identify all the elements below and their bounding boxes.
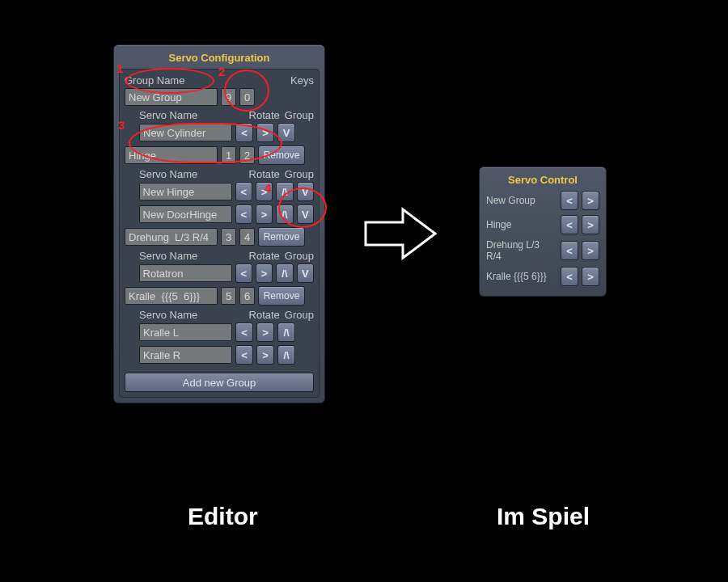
group-down-button[interactable]: V — [297, 264, 314, 283]
servo-name-header: Servo Name — [139, 250, 232, 262]
group-row: Remove — [125, 286, 314, 306]
group-up-button[interactable]: /\ — [276, 264, 293, 283]
group-down-button[interactable]: V — [297, 182, 314, 201]
control-right-button[interactable]: > — [582, 267, 599, 286]
group-name-header: Group Name — [125, 74, 218, 86]
servo-name-header: Servo Name — [139, 168, 232, 180]
panel-body: Group NameKeysServo NameRotateGroup<>VRe… — [119, 69, 320, 398]
servo-row: <>/\V — [125, 264, 314, 283]
servo-name-header: Servo Name — [139, 309, 232, 321]
rotate-header: Rotate — [249, 309, 280, 321]
group-row: Remove — [125, 146, 314, 165]
servo-row: <>/\V — [125, 182, 314, 201]
control-row: Hinge<> — [486, 215, 599, 234]
group-up-button[interactable]: /\ — [276, 205, 293, 224]
rotate-right-button[interactable]: > — [256, 182, 273, 201]
servo-name-header: Servo Name — [139, 109, 232, 121]
servo-name-input[interactable] — [139, 323, 232, 341]
control-left-button[interactable]: < — [561, 241, 578, 260]
rotate-header: Rotate — [249, 168, 280, 180]
group-row: Remove — [125, 227, 314, 247]
rotate-header: Rotate — [249, 250, 280, 262]
group-down-button[interactable]: V — [277, 123, 295, 142]
rotate-right-button[interactable]: > — [256, 264, 273, 283]
key-left-input[interactable] — [221, 88, 236, 106]
group-header: Group — [285, 250, 314, 262]
rotate-right-button[interactable]: > — [256, 323, 274, 342]
key-left-input[interactable] — [221, 146, 236, 164]
control-row: New Group<> — [486, 191, 599, 210]
rotate-left-button[interactable]: < — [235, 264, 252, 283]
group-name-input[interactable] — [125, 287, 218, 305]
control-row-label: New Group — [486, 195, 557, 206]
key-right-input[interactable] — [239, 287, 255, 305]
servo-row: <>/\V — [125, 205, 314, 224]
control-row-label: Hinge — [486, 219, 557, 230]
control-row: Drehung L/3 R/4<> — [486, 239, 599, 262]
rotate-left-button[interactable]: < — [235, 323, 253, 342]
rotate-left-button[interactable]: < — [235, 345, 253, 365]
rotate-left-button[interactable]: < — [235, 205, 252, 224]
group-header: Group — [285, 168, 314, 180]
group-name-input[interactable] — [125, 88, 218, 106]
control-row-label: Kralle {{{5 6}}} — [486, 271, 557, 282]
arrow-icon — [362, 206, 439, 261]
rotate-left-button[interactable]: < — [235, 123, 253, 142]
group-name-input[interactable] — [125, 228, 218, 246]
caption-im-spiel: Im Spiel — [497, 503, 590, 530]
keys-header: Keys — [290, 74, 314, 86]
control-right-button[interactable]: > — [582, 215, 599, 234]
control-left-button[interactable]: < — [561, 191, 578, 210]
control-right-button[interactable]: > — [582, 241, 599, 260]
add-new-group-button[interactable]: Add new Group — [125, 373, 314, 392]
servo-name-input[interactable] — [139, 205, 232, 223]
group-row — [125, 88, 314, 106]
servo-control-panel: Servo Control New Group<>Hinge<>Drehung … — [479, 167, 607, 297]
control-left-button[interactable]: < — [561, 267, 578, 286]
rotate-right-button[interactable]: > — [256, 123, 274, 142]
rotate-right-button[interactable]: > — [256, 345, 274, 365]
servo-configuration-panel: Servo Configuration Group NameKeysServo … — [113, 44, 325, 403]
servo-name-input[interactable] — [139, 183, 232, 200]
group-up-button[interactable]: /\ — [276, 182, 293, 201]
caption-editor: Editor — [188, 503, 258, 530]
rotate-left-button[interactable]: < — [235, 182, 252, 201]
panel-title: Servo Control — [485, 174, 601, 186]
group-header: Group — [285, 109, 314, 121]
group-name-input[interactable] — [125, 146, 218, 164]
servo-name-input[interactable] — [139, 124, 232, 141]
group-header: Group — [285, 309, 314, 321]
servo-name-input[interactable] — [139, 264, 232, 282]
key-left-input[interactable] — [221, 228, 236, 246]
key-right-input[interactable] — [239, 88, 255, 106]
control-row-label: Drehung L/3 R/4 — [486, 239, 557, 262]
servo-row: <>V — [125, 123, 314, 142]
rotate-right-button[interactable]: > — [256, 205, 273, 224]
remove-group-button[interactable]: Remove — [258, 227, 305, 247]
control-row: Kralle {{{5 6}}}<> — [486, 267, 599, 286]
svg-marker-0 — [366, 209, 435, 258]
remove-group-button[interactable]: Remove — [258, 146, 305, 165]
panel-title: Servo Configuration — [119, 52, 320, 64]
servo-row: <>/\ — [125, 345, 314, 365]
group-down-button[interactable]: V — [297, 205, 314, 224]
control-right-button[interactable]: > — [582, 191, 599, 210]
rotate-header: Rotate — [249, 109, 280, 121]
key-right-input[interactable] — [239, 228, 255, 246]
remove-group-button[interactable]: Remove — [258, 286, 305, 306]
group-up-button[interactable]: /\ — [277, 323, 295, 342]
group-up-button[interactable]: /\ — [277, 345, 295, 365]
key-right-input[interactable] — [239, 146, 255, 164]
control-left-button[interactable]: < — [561, 215, 578, 234]
servo-name-input[interactable] — [139, 346, 232, 364]
servo-row: <>/\ — [125, 323, 314, 342]
panel-body: New Group<>Hinge<>Drehung L/3 R/4<>Krall… — [485, 191, 601, 286]
key-left-input[interactable] — [221, 287, 236, 305]
